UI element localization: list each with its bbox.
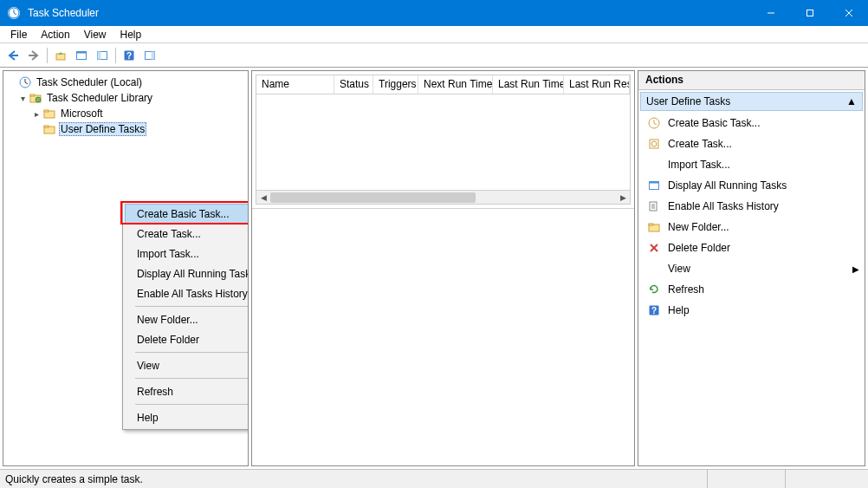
panel-toggle-1[interactable]	[72, 46, 91, 65]
ctx-enable-history[interactable]: Enable All Tasks History	[125, 283, 249, 303]
tree-root[interactable]: Task Scheduler (Local)	[5, 75, 246, 90]
action-refresh[interactable]: Refresh	[638, 279, 865, 300]
actions-title: Actions	[638, 71, 865, 90]
ctx-display-all[interactable]: Display All Running Tasks	[125, 264, 249, 283]
col-nextrun[interactable]: Next Run Time	[418, 75, 493, 94]
action-label: View	[668, 263, 690, 275]
scroll-left-icon[interactable]: ◀	[256, 193, 270, 202]
svg-rect-8	[56, 54, 65, 60]
toolbar-separator	[47, 48, 48, 63]
svg-text:?: ?	[126, 51, 132, 61]
ctx-new-folder[interactable]: New Folder...	[125, 309, 249, 329]
action-enable-history[interactable]: Enable All Tasks History	[638, 196, 865, 217]
scroll-thumb[interactable]	[270, 192, 476, 203]
col-triggers[interactable]: Triggers	[373, 75, 418, 94]
expander-icon[interactable]: ▾	[17, 94, 28, 103]
ctx-label: Delete Folder	[137, 334, 199, 346]
task-detail-panel	[252, 208, 634, 465]
ctx-help[interactable]: Help	[125, 407, 249, 427]
svg-rect-5	[806, 10, 813, 16]
back-button[interactable]	[3, 46, 23, 65]
actions-subheader[interactable]: User Define Tasks ▲	[640, 92, 863, 111]
menu-action[interactable]: Action	[34, 27, 76, 42]
close-button[interactable]	[829, 0, 868, 26]
ctx-label: Create Basic Task...	[137, 208, 230, 220]
help-button[interactable]: ?	[120, 46, 139, 65]
ctx-create-task[interactable]: Create Task...	[125, 224, 249, 244]
action-label: Import Task...	[668, 159, 730, 171]
col-status[interactable]: Status	[334, 75, 373, 94]
action-label: New Folder...	[668, 221, 729, 233]
ctx-import-task[interactable]: Import Task...	[125, 244, 249, 264]
window-title: Task Scheduler	[28, 7, 751, 19]
panel-toggle-2[interactable]	[93, 46, 112, 65]
svg-rect-24	[44, 110, 49, 112]
maximize-button[interactable]	[790, 0, 829, 26]
col-lastrun[interactable]: Last Run Time	[493, 75, 564, 94]
ctx-separator	[135, 306, 249, 307]
tree-userdef-label: User Define Tasks	[59, 122, 146, 136]
chevron-right-icon: ▶	[852, 264, 859, 274]
task-icon	[647, 137, 661, 151]
up-folder-button[interactable]	[51, 46, 70, 65]
status-cell	[707, 470, 785, 488]
ctx-view[interactable]: View▶	[125, 355, 249, 375]
delete-icon	[647, 241, 661, 255]
actions-subheader-label: User Define Tasks	[646, 95, 730, 107]
app-icon	[7, 6, 21, 20]
expander-icon[interactable]: ▸	[31, 109, 42, 119]
action-label: Create Task...	[668, 138, 732, 150]
col-name[interactable]: Name	[256, 75, 334, 94]
tree-userdef[interactable]: User Define Tasks	[5, 121, 246, 137]
statusbar: Quickly creates a simple task.	[0, 469, 868, 488]
action-label: Delete Folder	[668, 242, 730, 254]
action-delete-folder[interactable]: Delete Folder	[638, 237, 865, 258]
svg-rect-21	[30, 94, 35, 96]
action-create-task[interactable]: Create Task...	[638, 133, 865, 154]
horizontal-scrollbar[interactable]: ◀ ▶	[256, 190, 630, 204]
tree-panel: Task Scheduler (Local) ▾ Task Scheduler …	[3, 70, 249, 466]
svg-rect-12	[98, 51, 101, 59]
ctx-delete-folder[interactable]: Delete Folder	[125, 329, 249, 349]
running-icon	[647, 179, 661, 192]
action-help[interactable]: ? Help	[638, 300, 865, 321]
svg-rect-16	[152, 51, 155, 59]
ctx-label: Display All Running Tasks	[137, 268, 249, 280]
action-display-all[interactable]: Display All Running Tasks	[638, 175, 865, 196]
folder-icon	[42, 107, 56, 120]
scroll-right-icon[interactable]: ▶	[616, 193, 630, 202]
clock-icon	[18, 75, 32, 89]
menubar: File Action View Help	[0, 26, 868, 43]
action-label: Refresh	[668, 283, 704, 296]
new-folder-icon	[647, 220, 661, 234]
menu-view[interactable]: View	[77, 27, 113, 42]
tree-microsoft[interactable]: ▸ Microsoft	[5, 106, 246, 121]
ctx-create-basic-task[interactable]: Create Basic Task...	[125, 204, 249, 224]
action-view[interactable]: View ▶	[638, 258, 865, 279]
wizard-icon	[647, 116, 661, 130]
ctx-label: Refresh	[137, 386, 173, 398]
action-label: Create Basic Task...	[668, 117, 761, 129]
svg-rect-10	[77, 51, 87, 53]
action-new-folder[interactable]: New Folder...	[638, 217, 865, 237]
tree-library[interactable]: ▾ Task Scheduler Library	[5, 90, 246, 106]
action-create-basic-task[interactable]: Create Basic Task...	[638, 113, 865, 133]
panel-toggle-3[interactable]	[140, 46, 159, 65]
task-list-panel: Name Status Triggers Next Run Time Last …	[251, 70, 635, 466]
menu-help[interactable]: Help	[113, 27, 149, 42]
menu-file[interactable]: File	[3, 27, 34, 42]
status-cell	[785, 470, 863, 488]
col-lastres[interactable]: Last Run Res	[564, 75, 630, 94]
action-import-task[interactable]: Import Task...	[638, 154, 865, 175]
toolbar: ?	[0, 43, 868, 68]
tree-microsoft-label: Microsoft	[59, 107, 105, 120]
ctx-label: View	[137, 360, 159, 372]
ctx-refresh[interactable]: Refresh	[125, 381, 249, 401]
tree-root-label: Task Scheduler (Local)	[35, 76, 144, 88]
ctx-label: New Folder...	[137, 314, 198, 326]
forward-button[interactable]	[24, 46, 43, 65]
list-body[interactable]	[256, 94, 630, 190]
help-icon: ?	[647, 303, 661, 317]
svg-rect-39	[649, 224, 653, 225]
minimize-button[interactable]	[751, 0, 790, 26]
